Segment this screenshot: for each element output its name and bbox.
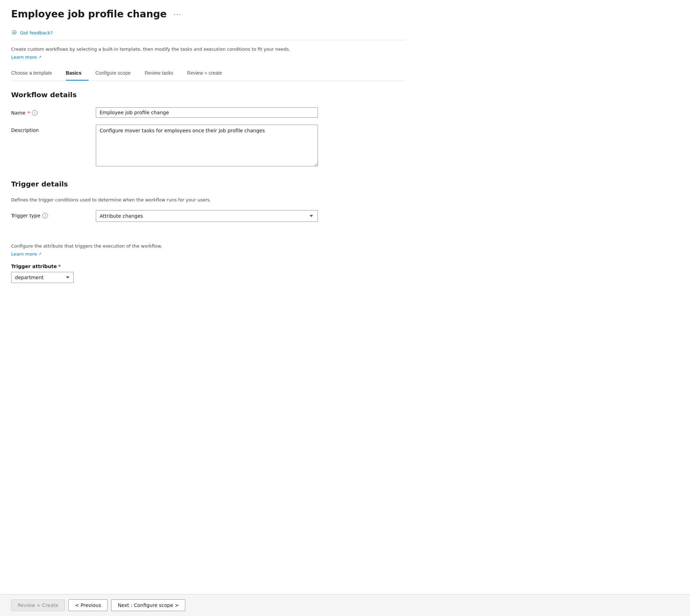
tab-configure-scope[interactable]: Configure scope	[95, 67, 138, 81]
tab-review-tasks[interactable]: Review tasks	[145, 67, 180, 81]
trigger-details-heading: Trigger details	[11, 180, 405, 188]
review-create-button: Review + Create	[11, 599, 65, 611]
feedback-icon	[11, 30, 17, 36]
page-header: Employee job profile change ···	[11, 8, 405, 20]
name-control	[96, 107, 318, 118]
description-form-row: Description Configure mover tasks for em…	[11, 125, 405, 167]
trigger-attr-description: Configure the attribute that triggers th…	[11, 243, 405, 250]
trigger-description: Defines the trigger conditions used to d…	[11, 197, 405, 203]
name-info-icon[interactable]: i	[32, 110, 37, 116]
intro-description: Create custom workflows by selecting a b…	[11, 46, 405, 53]
trigger-attribute-select[interactable]: department jobTitle displayName manager	[11, 272, 74, 283]
trigger-type-info-icon[interactable]: i	[42, 213, 48, 218]
description-textarea[interactable]: Configure mover tasks for employees once…	[96, 125, 318, 166]
intro-learn-more-link[interactable]: Learn more ↗	[11, 55, 41, 60]
trigger-attr-learn-more-link[interactable]: Learn more ↗	[11, 251, 41, 257]
name-label: Name * i	[11, 107, 87, 116]
tab-basics[interactable]: Basics	[66, 67, 89, 81]
trigger-attr-section: Configure the attribute that triggers th…	[11, 243, 405, 283]
tab-choose-template[interactable]: Choose a template	[11, 67, 59, 81]
description-control: Configure mover tasks for employees once…	[96, 125, 318, 167]
page-title: Employee job profile change	[11, 8, 167, 20]
external-link-icon: ↗	[38, 55, 41, 59]
feedback-label: Got feedback?	[20, 30, 53, 35]
workflow-details-heading: Workflow details	[11, 91, 405, 99]
footer-bar: Review + Create < Previous Next : Config…	[0, 594, 690, 616]
department-select-wrapper: department jobTitle displayName manager	[11, 272, 74, 283]
wizard-tabs: Choose a template Basics Configure scope…	[11, 67, 405, 81]
svg-point-1	[14, 31, 15, 32]
trigger-type-select[interactable]: Attribute changes On-demand Schedule	[96, 210, 318, 222]
trigger-attr-label: Trigger attribute *	[11, 264, 405, 269]
ellipsis-button[interactable]: ···	[171, 9, 184, 19]
tab-review-create[interactable]: Review + create	[187, 67, 229, 81]
trigger-attr-external-icon: ↗	[38, 252, 41, 256]
trigger-type-label: Trigger type i	[11, 210, 87, 218]
feedback-bar[interactable]: Got feedback?	[11, 25, 405, 40]
name-form-row: Name * i	[11, 107, 405, 118]
name-required-star: *	[27, 110, 30, 116]
trigger-type-select-wrapper: Attribute changes On-demand Schedule	[96, 210, 318, 222]
description-label: Description	[11, 125, 87, 133]
trigger-type-form-row: Trigger type i Attribute changes On-dema…	[11, 210, 405, 222]
next-button[interactable]: Next : Configure scope >	[111, 599, 185, 611]
trigger-attr-required-star: *	[58, 264, 61, 269]
name-input[interactable]	[96, 107, 318, 118]
previous-button[interactable]: < Previous	[68, 599, 108, 611]
